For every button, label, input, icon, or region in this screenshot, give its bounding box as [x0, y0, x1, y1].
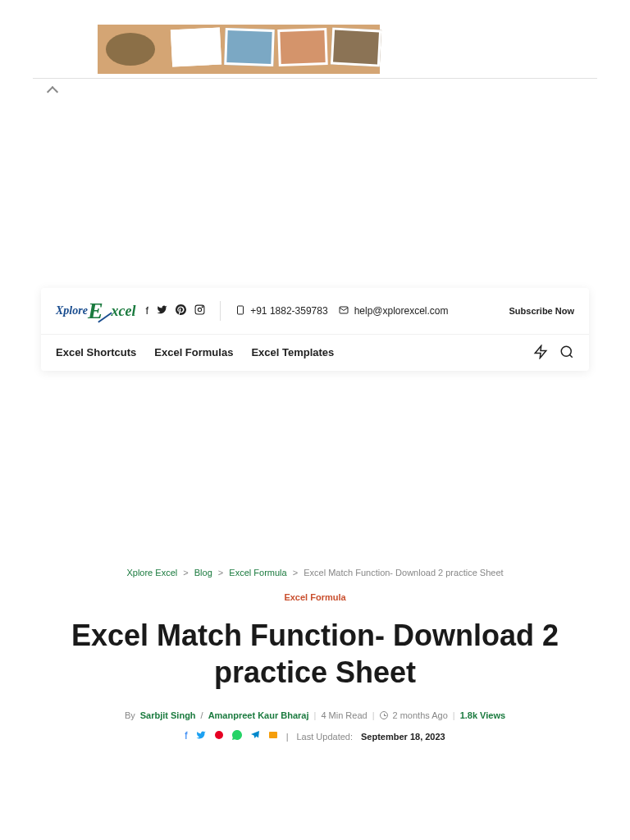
ad-divider	[33, 78, 597, 99]
share-whatsapp-icon[interactable]	[232, 730, 242, 742]
mail-icon	[338, 305, 349, 317]
ad-photos	[171, 29, 381, 66]
article-header: Xplore Excel > Blog > Excel Formula > Ex…	[0, 568, 630, 742]
author-sep: /	[201, 710, 203, 720]
views-count[interactable]: 1.8k Views	[460, 710, 505, 720]
breadcrumb-current: Excel Match Function- Download 2 practic…	[304, 568, 503, 578]
svg-point-7	[561, 346, 571, 356]
breadcrumb-sep: >	[293, 568, 298, 578]
main-nav: Excel Shortcuts Excel Formulas Excel Tem…	[41, 334, 589, 371]
ad-photo	[277, 28, 328, 66]
share-icons: f	[185, 730, 277, 742]
svg-marker-6	[535, 346, 546, 358]
phone-icon	[235, 304, 245, 318]
meta-sep: |	[453, 710, 455, 720]
article-title: Excel Match Function- Download 2 practic…	[33, 617, 597, 691]
svg-line-8	[569, 354, 572, 357]
breadcrumb-sep: >	[218, 568, 223, 578]
category-link[interactable]: Excel Formula	[284, 592, 345, 602]
instagram-icon[interactable]	[194, 304, 205, 317]
breadcrumb: Xplore Excel > Blog > Excel Formula > Ex…	[33, 568, 597, 578]
ad-space-mid	[0, 371, 630, 568]
nav-formulas[interactable]: Excel Formulas	[154, 346, 233, 358]
share-email-icon[interactable]	[268, 730, 278, 742]
svg-rect-10	[269, 732, 277, 738]
chevron-up-icon[interactable]	[45, 83, 62, 99]
header-top-row: Xplore E xcel f +91 1882-359783	[41, 288, 589, 334]
svg-point-9	[215, 731, 223, 739]
article-category: Excel Formula	[33, 592, 597, 602]
svg-point-1	[199, 308, 202, 311]
logo-text-3: xcel	[112, 303, 136, 320]
share-pinterest-icon[interactable]	[214, 730, 224, 742]
site-logo[interactable]: Xplore E xcel	[56, 298, 136, 324]
contact-phone: +91 1882-359783	[235, 304, 327, 318]
phone-link[interactable]: +91 1882-359783	[250, 305, 327, 317]
social-icons: f	[146, 304, 206, 317]
author-1-link[interactable]: Sarbjit Singh	[140, 710, 196, 720]
share-facebook-icon[interactable]: f	[185, 730, 187, 742]
updated-date: September 18, 2023	[361, 732, 445, 742]
meta-sep: |	[314, 710, 317, 720]
vertical-divider	[220, 301, 221, 321]
pinterest-icon[interactable]	[176, 304, 186, 317]
search-icon[interactable]	[559, 345, 574, 359]
nav-right	[533, 345, 574, 359]
bolt-icon[interactable]	[533, 345, 548, 359]
meta-sep: |	[286, 732, 289, 742]
email-link[interactable]: help@xplorexcel.com	[354, 305, 449, 317]
nav-shortcuts[interactable]: Excel Shortcuts	[56, 346, 136, 358]
share-row: f | Last Updated: September 18, 2023	[33, 730, 597, 742]
breadcrumb-home[interactable]: Xplore Excel	[126, 568, 177, 578]
logo-text-1: Xplore	[56, 304, 88, 317]
breadcrumb-blog[interactable]: Blog	[194, 568, 212, 578]
updated-label: Last Updated:	[296, 732, 353, 742]
svg-rect-3	[238, 306, 244, 314]
article-meta: By Sarbjit Singh / Amanpreet Kaur Bharaj…	[33, 710, 597, 720]
site-header: Xplore E xcel f +91 1882-359783	[41, 288, 589, 371]
ad-space-top	[0, 99, 630, 288]
meta-sep: |	[372, 710, 375, 720]
nav-templates[interactable]: Excel Templates	[251, 346, 334, 358]
breadcrumb-sep: >	[183, 568, 188, 578]
share-twitter-icon[interactable]	[196, 730, 206, 742]
by-label: By	[125, 710, 135, 720]
contact-email: help@xplorexcel.com	[338, 305, 449, 317]
twitter-icon[interactable]	[157, 304, 167, 317]
breadcrumb-category[interactable]: Excel Formula	[229, 568, 286, 578]
content-space	[0, 742, 630, 840]
subscribe-link[interactable]: Subscribe Now	[509, 306, 574, 316]
ad-photo	[224, 28, 275, 66]
share-telegram-icon[interactable]	[250, 730, 260, 742]
read-time: 4 Min Read	[321, 710, 367, 720]
posted-time: 2 months Ago	[393, 710, 448, 720]
svg-point-2	[202, 307, 203, 308]
author-2-link[interactable]: Amanpreet Kaur Bharaj	[208, 710, 309, 720]
ad-photo	[171, 27, 221, 66]
ad-banner[interactable]	[98, 25, 532, 74]
facebook-icon[interactable]: f	[146, 304, 149, 317]
ad-photo	[331, 27, 381, 66]
clock-icon	[380, 711, 388, 719]
